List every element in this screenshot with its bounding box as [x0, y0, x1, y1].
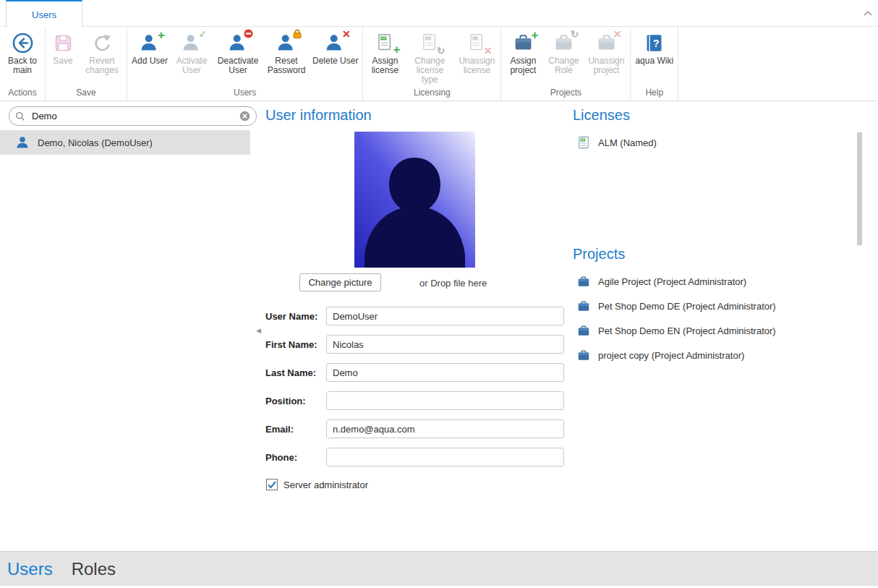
briefcase-icon: [577, 324, 590, 337]
revert-changes-label: Revert changes: [82, 56, 122, 75]
revert-changes-button[interactable]: Revert changes: [79, 29, 125, 77]
firstname-field[interactable]: [326, 335, 564, 354]
minus-circle-badge-icon: [244, 29, 253, 41]
assign-project-button[interactable]: + Assign project: [503, 29, 543, 77]
ribbon-group-licensing: LIC + Assign license ↻: [363, 27, 501, 101]
aqua-wiki-icon: ?: [643, 31, 666, 54]
lastname-field[interactable]: [326, 363, 564, 382]
search-input[interactable]: [30, 110, 234, 122]
phone-label: Phone:: [265, 452, 326, 463]
unassign-project-button[interactable]: ✕ Unassign project: [584, 29, 628, 77]
project-list-item[interactable]: project copy (Project Administrator): [577, 349, 744, 362]
clear-search-icon[interactable]: [239, 111, 250, 122]
position-label: Position:: [265, 396, 326, 406]
position-field[interactable]: [326, 391, 564, 410]
unassign-license-button[interactable]: ✕ Unassign license: [454, 29, 499, 77]
ribbon-group-save: Save Revert changes Save: [46, 27, 127, 101]
email-field[interactable]: [326, 419, 564, 438]
change-role-label: Change Role: [546, 56, 581, 75]
tab-users[interactable]: Users: [6, 0, 82, 27]
project-list-item[interactable]: Pet Shop Demo EN (Project Administrator): [577, 324, 776, 337]
ribbon: Back to main Actions Save: [0, 27, 878, 101]
change-role-icon: ↻: [552, 31, 575, 54]
ribbon-group-projects: + Assign project ↻ Change Role: [501, 27, 631, 101]
vertical-scrollbar-thumb[interactable]: [857, 132, 862, 245]
server-administrator-checkbox[interactable]: [266, 479, 278, 490]
save-button[interactable]: Save: [47, 29, 79, 67]
activate-user-icon: ✓: [180, 31, 203, 54]
plus-badge-icon: +: [158, 29, 165, 41]
change-role-button[interactable]: ↻ Change Role: [543, 29, 584, 77]
footer-tab-roles[interactable]: Roles: [72, 559, 116, 579]
check-badge-icon: ✓: [198, 29, 207, 39]
footer-bar: Users Roles: [0, 551, 878, 586]
collapse-panel-arrow-icon[interactable]: ◀: [256, 327, 261, 334]
reset-password-button[interactable]: Reset Password: [263, 29, 310, 77]
assign-license-icon: LIC +: [373, 31, 396, 54]
ribbon-group-save-label: Save: [46, 87, 127, 101]
search-icon: [15, 111, 25, 122]
avatar: [354, 132, 475, 268]
unassign-project-icon: ✕: [594, 31, 618, 54]
project-item-label: Pet Shop Demo EN (Project Administrator): [598, 325, 776, 336]
license-item-label: ALM (Named): [598, 137, 657, 148]
change-license-type-button[interactable]: ↻ Change license type: [405, 29, 454, 86]
footer-tab-users[interactable]: Users: [7, 559, 53, 579]
svg-text:LIC: LIC: [381, 36, 386, 40]
ribbon-group-licensing-label: Licensing: [363, 87, 500, 101]
aqua-wiki-button[interactable]: ? aqua Wiki: [632, 29, 676, 67]
deactivate-user-button[interactable]: Deactivate User: [213, 29, 263, 77]
refresh-badge-icon: ↻: [437, 46, 446, 56]
user-form: User Name: First Name: Last Name: Positi…: [265, 307, 564, 476]
license-icon: LIC: [577, 136, 590, 149]
project-item-label: Agile Project (Project Administrator): [598, 276, 746, 287]
assign-project-label: Assign project: [506, 56, 540, 75]
unassign-project-label: Unassign project: [587, 56, 626, 75]
server-administrator-checkbox-row: Server administrator: [266, 479, 368, 490]
unassign-license-label: Unassign license: [457, 56, 496, 75]
license-list-item[interactable]: LIC ALM (Named): [577, 136, 657, 149]
ribbon-group-projects-label: Projects: [501, 87, 630, 101]
lock-badge-icon: [293, 29, 302, 41]
ribbon-group-actions-label: Actions: [0, 87, 45, 101]
x-badge-icon: ✕: [613, 29, 622, 39]
revert-icon: [90, 31, 114, 54]
ribbon-collapse-chevron-icon[interactable]: [864, 6, 872, 19]
ribbon-group-actions: Back to main Actions: [0, 27, 46, 101]
projects-title: Projects: [573, 246, 625, 263]
add-user-icon: +: [138, 31, 161, 54]
briefcase-icon: [577, 299, 590, 312]
change-license-type-label: Change license type: [408, 56, 451, 85]
assign-project-icon: +: [511, 31, 534, 54]
phone-field[interactable]: [326, 448, 564, 466]
lastname-label: Last Name:: [265, 367, 326, 378]
delete-user-icon: ✕: [324, 31, 347, 54]
username-field[interactable]: [326, 307, 564, 325]
form-row-email: Email:: [265, 419, 564, 438]
assign-license-label: Assign license: [367, 56, 402, 75]
project-list-item[interactable]: Pet Shop Demo DE (Project Administrator): [577, 299, 776, 312]
ribbon-group-help: ? aqua Wiki Help: [631, 27, 678, 101]
user-information-title: User information: [265, 107, 372, 124]
aqua-wiki-label: aqua Wiki: [635, 56, 673, 66]
assign-license-button[interactable]: LIC + Assign license: [365, 29, 405, 77]
email-label: Email:: [265, 424, 326, 435]
form-row-firstname: First Name:: [265, 335, 564, 354]
deactivate-user-icon: [226, 31, 250, 54]
firstname-label: First Name:: [265, 339, 326, 350]
user-list-item[interactable]: Demo, Nicolas (DemoUser): [0, 130, 250, 155]
form-row-username: User Name:: [265, 307, 564, 325]
user-list-item-label: Demo, Nicolas (DemoUser): [38, 137, 153, 148]
change-picture-button[interactable]: Change picture: [299, 273, 381, 291]
back-to-main-button[interactable]: Back to main: [1, 29, 43, 77]
activate-user-button[interactable]: ✓ Activate User: [171, 29, 213, 77]
delete-user-label: Delete User: [312, 56, 358, 66]
add-user-button[interactable]: + Add User: [129, 29, 171, 67]
project-list-item[interactable]: Agile Project (Project Administrator): [577, 275, 746, 288]
user-icon: [15, 135, 30, 150]
delete-user-button[interactable]: ✕ Delete User: [310, 29, 361, 67]
reset-password-label: Reset Password: [266, 56, 307, 75]
unassign-license-icon: ✕: [465, 31, 488, 54]
username-label: User Name:: [265, 311, 326, 322]
project-item-label: Pet Shop Demo DE (Project Administrator): [598, 301, 776, 312]
